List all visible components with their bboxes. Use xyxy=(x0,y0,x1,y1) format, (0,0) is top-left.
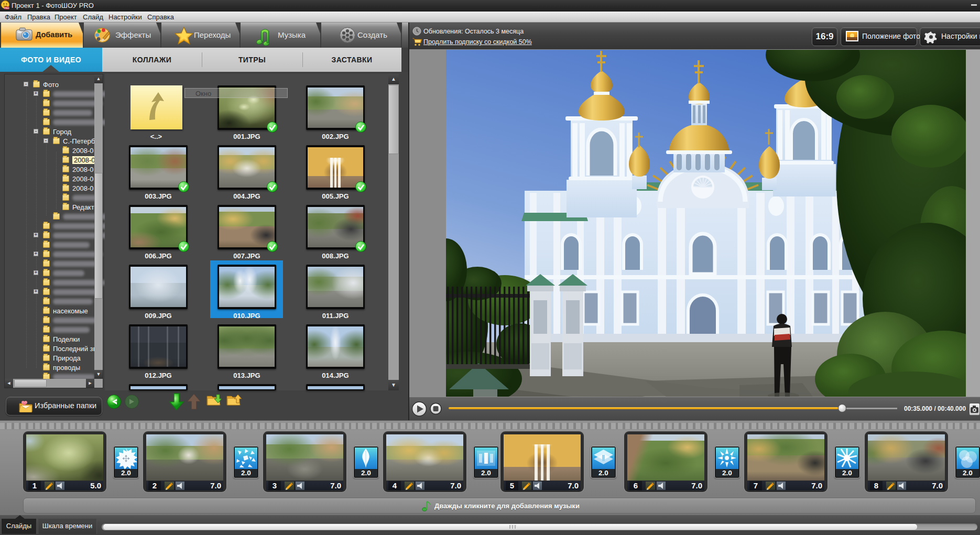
svg-text:PRO: PRO xyxy=(4,7,9,9)
